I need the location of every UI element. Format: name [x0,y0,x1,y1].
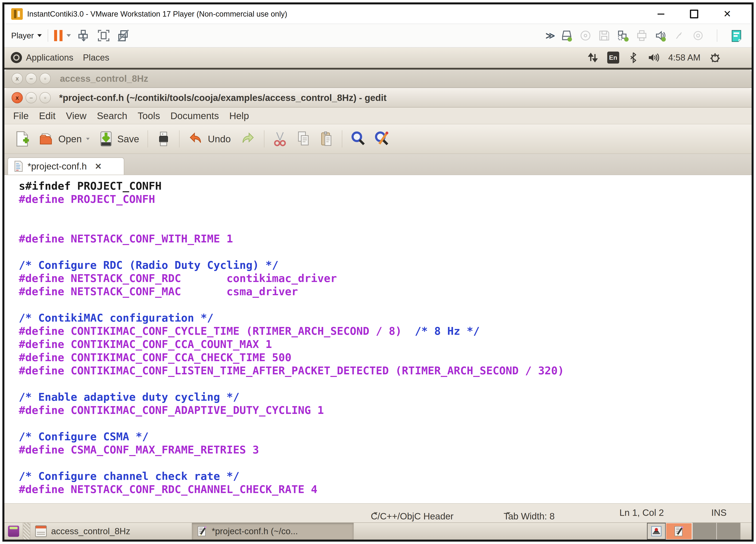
gedit-minimize-button[interactable]: – [26,92,37,103]
ubuntu-logo-icon[interactable] [11,52,22,63]
printer-icon[interactable] [636,30,648,42]
minimize-button[interactable] [655,8,667,20]
places-menu[interactable]: Places [83,53,109,63]
workspace-1[interactable] [692,523,716,540]
sound-icon[interactable] [655,30,667,42]
pause-vm-button[interactable] [54,30,63,41]
pause-dropdown-icon[interactable] [66,34,71,37]
applications-menu[interactable]: Applications [26,53,73,63]
clock[interactable]: 4:58 AM [668,53,700,63]
bluetooth-icon[interactable] [628,52,638,63]
player-menu-label: Player [11,31,34,40]
open-dropdown-icon[interactable] [86,138,90,140]
toolbar-separator [179,130,180,147]
vmware-toolbar: Player ≫ [4,24,752,48]
undo-label: Undo [208,133,231,144]
cut-button[interactable] [268,127,292,150]
menu-search[interactable]: Search [97,110,127,121]
save-icon [99,131,113,147]
vmware-window: InstantContiki3.0 - VMware Workstation 1… [2,2,754,542]
menu-file[interactable]: File [13,110,29,121]
bg-minimize-button[interactable]: – [26,73,37,84]
gedit-window: x – ▫ *project-conf.h (~/contiki/tools/c… [4,88,752,522]
taskbar-item-access-control[interactable]: access_control_8Hz [30,523,192,540]
code-line: #define NETSTACK_CONF_WITH_RIME 1 [19,232,752,245]
open-folder-icon [38,131,54,147]
usb-device-icon[interactable] [692,30,704,42]
bg-maximize-button[interactable]: ▫ [40,73,51,84]
paste-icon [319,131,333,147]
menu-tools[interactable]: Tools [138,110,160,121]
replace-button[interactable] [370,127,394,150]
chevron-down-icon [37,34,42,37]
redo-icon [240,131,256,146]
code-line: /* Configure RDC (Radio Duty Cycling) */ [19,258,752,272]
find-button[interactable] [346,127,370,150]
gedit-close-button[interactable]: x [12,92,23,103]
session-gear-icon[interactable] [709,52,721,63]
open-button[interactable]: Open [34,127,94,150]
network-adapter-icon[interactable] [617,30,629,42]
window-list-handle[interactable] [23,523,30,540]
chevrons-icon[interactable]: ≫ [546,30,554,41]
keyboard-layout-indicator[interactable]: En [607,52,619,64]
bg-close-button[interactable]: x [12,73,23,84]
microphone-icon[interactable] [673,30,685,42]
insert-mode-indicator: INS [711,507,727,518]
send-ctrl-alt-del-icon[interactable] [78,29,90,42]
vmware-logo-icon [11,8,23,20]
background-window-titlebar[interactable]: x – ▫ access_control_8Hz [4,70,752,88]
show-desktop-applet[interactable] [4,523,23,540]
new-document-button[interactable] [10,127,34,150]
unity-panel-icon[interactable] [730,29,743,42]
menu-documents[interactable]: Documents [170,110,219,121]
gedit-tray-button[interactable] [666,523,692,540]
gedit-tabbar: *project-conf.h ✕ [4,154,752,175]
tab-project-conf[interactable]: *project-conf.h ✕ [8,157,124,175]
menu-help[interactable]: Help [229,110,249,121]
window-icon [35,525,47,537]
workspace-2[interactable] [716,523,740,540]
hard-disk-icon[interactable] [561,30,573,42]
desktop-edge [4,68,752,70]
code-editor[interactable]: s#ifndef PROJECT_CONFH#define PROJECT_CO… [4,175,752,503]
language-selector[interactable]: C/C++/ObjC Header [371,507,378,518]
menu-edit[interactable]: Edit [39,110,56,121]
paste-button[interactable] [315,127,338,150]
undo-icon [188,131,204,146]
cd-rom-icon[interactable] [579,30,591,42]
code-line [19,417,752,430]
taskbar-item-gedit[interactable]: *project-conf.h (~/co... [192,523,354,540]
player-menu-button[interactable]: Player [11,31,42,40]
gedit-window-title: *project-conf.h (~/contiki/tools/cooja/e… [59,92,387,103]
screenshot-tool-button[interactable] [647,523,666,540]
maximize-button[interactable] [689,8,700,20]
copy-icon [296,131,310,147]
copy-button[interactable] [292,127,315,150]
code-line: /* Configure CSMA */ [19,430,752,443]
tab-width-selector[interactable]: Tab Width: 8 [504,507,510,518]
unity-mode-icon[interactable] [117,29,130,42]
print-button[interactable] [152,127,175,150]
panel-indicators: En 4:58 AM [587,52,747,64]
code-line [19,298,752,312]
gedit-statusbar: C/C++/ObjC Header Tab Width: 8 Ln 1, Col… [4,503,752,522]
tab-close-icon[interactable]: ✕ [95,161,102,171]
gedit-toolbar: Open Save Undo [4,124,752,154]
gedit-titlebar[interactable]: x – ▫ *project-conf.h (~/contiki/tools/c… [4,88,752,107]
document-icon [14,161,23,172]
volume-icon[interactable] [647,52,660,63]
close-button[interactable]: ✕ [722,8,733,20]
network-arrows-icon[interactable] [587,52,598,63]
code-line [19,219,752,232]
save-label: Save [117,133,139,144]
menu-view[interactable]: View [66,110,86,121]
code-lines: s#ifndef PROJECT_CONFH#define PROJECT_CO… [19,179,752,496]
fullscreen-icon[interactable] [97,29,110,42]
code-line: /* Enable adaptive duty cycling */ [19,391,752,404]
undo-button[interactable]: Undo [184,127,235,150]
floppy-icon[interactable] [598,30,610,42]
save-button[interactable]: Save [94,127,143,150]
redo-button[interactable] [235,127,260,150]
gedit-maximize-button[interactable]: ▫ [40,92,51,103]
